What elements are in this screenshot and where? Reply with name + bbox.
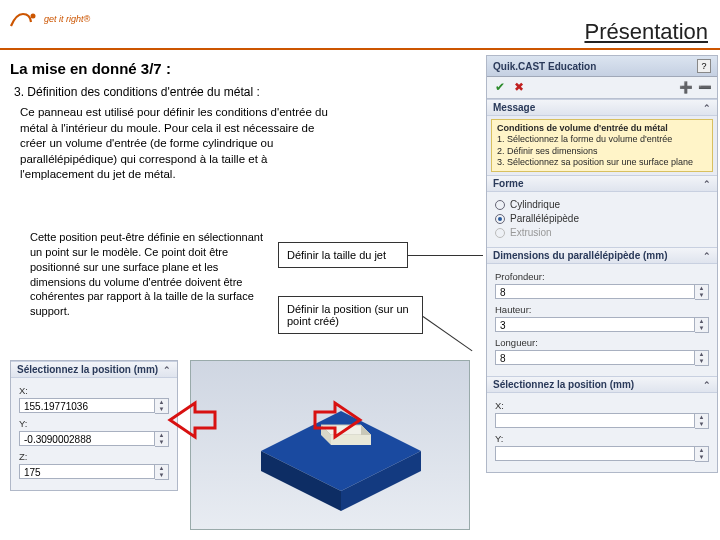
input-value[interactable]: 175 [19,464,155,479]
ok-icon[interactable]: ✔ [492,80,507,95]
msg-title: Conditions de volume d'entrée du métal [497,123,707,134]
input-value[interactable]: 3 [495,317,695,332]
spinner[interactable]: ▲▼ [695,317,709,333]
panel-title: Quik.CAST Education [493,61,596,72]
chevron-icon: ⌃ [703,103,711,113]
input-value[interactable]: -0.3090002888 [19,431,155,446]
leader-line-1 [408,255,483,256]
radio-extrusion: Extrusion [495,227,709,238]
cancel-icon[interactable]: ✖ [511,80,526,95]
spinner[interactable]: ▲▼ [695,350,709,366]
slide-header: get it right® Présentation [0,0,720,50]
profondeur-label: Profondeur: [495,271,709,282]
x-label: X: [495,400,709,411]
radio-icon [495,228,505,238]
svg-point-0 [31,14,36,19]
radio-parallelepipede[interactable]: Parallélépipède [495,213,709,224]
arrow-left-icon [160,395,220,445]
message-body: Conditions de volume d'entrée du métal 1… [491,119,713,172]
position-section-head[interactable]: Sélectionnez la position (mm) ⌃ [487,376,717,393]
pos-head-label: Sélectionnez la position (mm) [493,379,634,390]
y-input[interactable]: -0.3090002888▲▼ [19,431,169,447]
input-value[interactable]: 8 [495,284,695,299]
leader-line-2 [423,316,473,351]
y-label: Y: [19,418,169,429]
x-input[interactable]: ▲▼ [495,413,709,429]
chevron-icon: ⌃ [703,380,711,390]
paragraph-2: Cette position peut-être définie en séle… [30,230,265,319]
properties-panel: Quik.CAST Education ? ✔ ✖ ➕ ➖ Message ⌃ … [486,55,718,473]
panel-titlebar: Quik.CAST Education ? [487,56,717,77]
dimensions-body: Profondeur: 8▲▼ Hauteur: 3▲▼ Longueur: 8… [487,264,717,376]
slide-title: Présentation [584,19,708,45]
input-value[interactable]: 155.19771036 [19,398,155,413]
spinner[interactable]: ▲▼ [695,284,709,300]
viewport-3d[interactable] [190,360,470,530]
spinner[interactable]: ▲▼ [695,413,709,429]
dims-head-label: Dimensions du parallélépipède (mm) [493,250,667,261]
remove-icon[interactable]: ➖ [697,80,712,95]
x-input[interactable]: 155.19771036▲▼ [19,398,169,414]
arrow-right-icon [310,395,370,445]
input-value[interactable] [495,446,695,461]
message-head-label: Message [493,102,535,113]
forme-section-head[interactable]: Forme ⌃ [487,175,717,192]
chevron-icon: ⌃ [703,179,711,189]
radio-icon [495,214,505,224]
panel-toolbar: ✔ ✖ ➕ ➖ [487,77,717,99]
msg-line-2: 2. Définir ses dimensions [497,146,707,157]
longueur-input[interactable]: 8▲▼ [495,350,709,366]
chevron-icon: ⌃ [703,251,711,261]
dimensions-section-head[interactable]: Dimensions du parallélépipède (mm) ⌃ [487,247,717,264]
esi-logo: get it right® [8,4,90,34]
x-label: X: [19,385,169,396]
radio-label: Extrusion [510,227,552,238]
spinner[interactable]: ▲▼ [695,446,709,462]
hauteur-input[interactable]: 3▲▼ [495,317,709,333]
paragraph-1: Ce panneau est utilisé pour définir les … [20,105,340,183]
svg-marker-8 [170,403,215,437]
longueur-label: Longueur: [495,337,709,348]
y-label: Y: [495,433,709,444]
hauteur-label: Hauteur: [495,304,709,315]
position-panel-body: X: 155.19771036▲▼ Y: -0.3090002888▲▼ Z: … [11,378,177,490]
forme-body: Cylindrique Parallélépipède Extrusion [487,192,717,247]
forme-head-label: Forme [493,178,524,189]
callout-size: Définir la taille du jet [278,242,408,268]
y-input[interactable]: ▲▼ [495,446,709,462]
callout-position: Définir la position (sur un point créé) [278,296,423,334]
msg-line-1: 1. Sélectionnez la forme du volume d'ent… [497,134,707,145]
chevron-icon: ⌃ [163,365,171,375]
message-section-head[interactable]: Message ⌃ [487,99,717,116]
z-label: Z: [19,451,169,462]
radio-cylindrique[interactable]: Cylindrique [495,199,709,210]
radio-label: Parallélépipède [510,213,579,224]
help-button[interactable]: ? [697,59,711,73]
input-value[interactable] [495,413,695,428]
input-value[interactable]: 8 [495,350,695,365]
pos-head-label: Sélectionnez la position (mm) [17,364,158,375]
radio-label: Cylindrique [510,199,560,210]
logo-slogan: get it right® [44,15,90,24]
msg-line-3: 3. Sélectionnez sa position sur une surf… [497,157,707,168]
position-panel-head[interactable]: Sélectionnez la position (mm) ⌃ [11,361,177,378]
z-input[interactable]: 175▲▼ [19,464,169,480]
add-icon[interactable]: ➕ [678,80,693,95]
spinner[interactable]: ▲▼ [155,464,169,480]
svg-marker-9 [315,403,360,437]
radio-icon [495,200,505,210]
profondeur-input[interactable]: 8▲▼ [495,284,709,300]
logo-icon [8,4,38,34]
position-panel: Sélectionnez la position (mm) ⌃ X: 155.1… [10,360,178,491]
position-body: X: ▲▼ Y: ▲▼ [487,393,717,472]
